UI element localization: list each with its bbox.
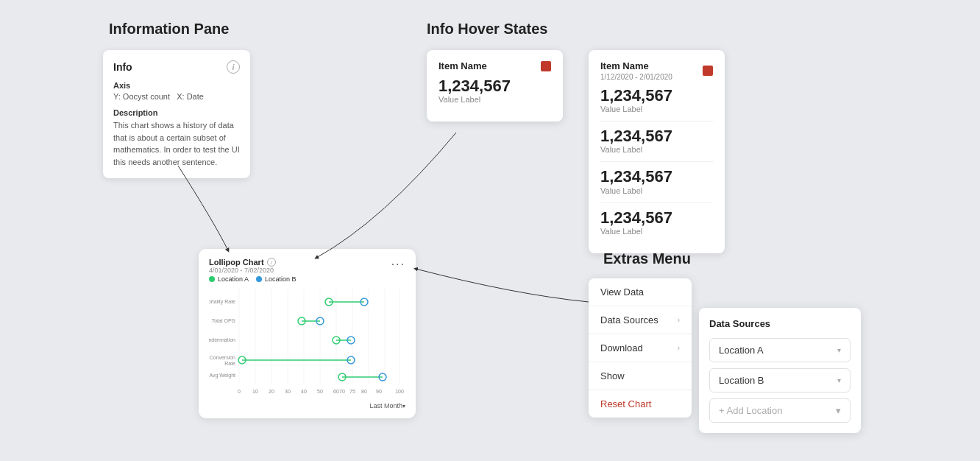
hover-card-simple-header: Item Name [438,60,551,71]
description-text: This chart shows a history of data that … [113,119,240,168]
legend-item-b: Location B [256,275,297,283]
hover-simple-color [541,61,551,71]
chart-period: Last Month [369,402,402,409]
hover-multi-entry-1: 1,234,567 Value Label [600,127,713,154]
ds-location-a-arrow: ▾ [837,346,841,354]
hover-multi-label-2: Value Label [600,186,713,195]
menu-download-arrow: › [678,344,680,352]
svg-text:75: 75 [349,389,355,394]
hover-card-simple: Item Name 1,234,567 Value Label [427,50,563,122]
menu-item-data-sources[interactable]: Data Sources › [589,306,692,334]
description-label: Description [113,108,240,117]
chart-bottom: Last Month ▾ [209,402,405,409]
menu-item-show[interactable]: Show [589,362,692,390]
hover-multi-label-0: Value Label [600,105,713,113]
ds-add-location[interactable]: + Add Location ▾ [709,398,851,423]
info-pane-title: Info [113,61,132,73]
legend-dot-a [209,276,215,282]
hover-multi-name: Item Name [600,60,672,71]
chart-dots-menu[interactable]: ··· [391,258,405,271]
hover-multi-value-2: 1,234,567 [600,168,713,186]
svg-text:70: 70 [339,389,345,394]
menu-item-reset-chart[interactable]: Reset Chart [589,390,692,418]
chart-date: 4/01/2020 - 7/02/2020 [209,267,276,274]
ds-location-a-label: Location A [719,345,764,356]
menu-item-download[interactable]: Download › [589,334,692,362]
menu-reset-label: Reset Chart [600,398,651,409]
hover-divider-2 [600,161,713,162]
hover-divider-3 [600,203,713,203]
svg-text:Avg Weight: Avg Weight [209,373,235,379]
chart-info-icon[interactable]: i [267,258,276,267]
legend-item-a: Location A [209,275,249,283]
svg-text:Condemnation: Condemnation [209,337,235,342]
chart-header: Lollipop Chart i 4/01/2020 - 7/02/2020 ·… [209,258,405,274]
hover-card-multi: Item Name 1/12/2020 - 2/01/2020 1,234,56… [589,50,725,253]
legend-label-a: Location A [218,275,249,283]
chart-legend: Location A Location B [209,275,405,283]
hover-multi-value-1: 1,234,567 [600,127,713,145]
hover-simple-name: Item Name [438,60,487,71]
chart-period-arrow: ▾ [402,403,405,409]
svg-text:0: 0 [238,389,241,394]
svg-text:Mortality Rate: Mortality Rate [209,299,235,305]
svg-text:60: 60 [333,389,339,394]
hover-card-multi-header: Item Name 1/12/2020 - 2/01/2020 [600,60,713,81]
lollipop-chart: Lollipop Chart i 4/01/2020 - 7/02/2020 ·… [199,249,416,418]
hover-divider-1 [600,121,713,122]
chart-title-block: Lollipop Chart i 4/01/2020 - 7/02/2020 [209,258,276,274]
hover-multi-date: 1/12/2020 - 2/01/2020 [600,73,672,81]
information-pane: Info i Axis Y: Oocyst count X: Date Desc… [103,50,250,178]
ds-add-label: + Add Location [719,405,782,416]
legend-label-b: Location B [265,275,297,283]
extras-menu: View Data Data Sources › Download › Show… [589,278,692,418]
info-pane-header: Info i [113,60,240,74]
svg-text:Rate: Rate [224,361,235,366]
hover-simple-value: 1,234,567 [438,77,551,95]
hover-multi-entry-2: 1,234,567 Value Label [600,168,713,194]
ds-item-location-b[interactable]: Location B ▾ [709,368,851,393]
legend-dot-b [256,276,262,282]
information-pane-section-label: Information Pane [109,21,229,38]
hover-multi-name-block: Item Name 1/12/2020 - 2/01/2020 [600,60,672,81]
hover-multi-color [703,66,713,76]
info-pane-icon[interactable]: i [227,60,240,74]
data-sources-panel: Data Sources Location A ▾ Location B ▾ +… [699,308,861,433]
svg-text:90: 90 [376,389,382,394]
svg-text:Feed Conversion: Feed Conversion [209,355,235,360]
svg-text:30: 30 [285,389,291,394]
svg-text:40: 40 [301,389,307,394]
ds-location-b-label: Location B [719,375,764,386]
hover-multi-value-0: 1,234,567 [600,87,713,105]
ds-location-b-arrow: ▾ [837,376,841,384]
hover-multi-label-1: Value Label [600,145,713,154]
hover-multi-entry-3: 1,234,567 Value Label [600,209,713,236]
svg-text:80: 80 [361,389,367,394]
menu-data-sources-label: Data Sources [600,314,658,325]
hover-multi-label-3: Value Label [600,227,713,236]
info-hover-section-label: Info Hover States [427,21,547,38]
ds-add-arrow: ▾ [836,405,841,416]
axis-y: Y: Oocyst count [113,92,170,101]
svg-text:10: 10 [252,389,258,394]
ds-item-location-a[interactable]: Location A ▾ [709,338,851,362]
svg-text:100: 100 [395,389,404,394]
axis-x: X: Date [177,92,204,101]
svg-text:Total OPG: Total OPG [212,318,235,323]
axis-value: Y: Oocyst count X: Date [113,92,240,101]
svg-text:50: 50 [317,389,323,394]
hover-simple-label: Value Label [438,95,551,104]
chart-area: Mortality Rate Total OPG Condemnation Fe… [209,289,405,399]
ds-title: Data Sources [709,318,851,329]
axis-label: Axis [113,81,240,90]
menu-view-data-label: View Data [600,286,644,298]
menu-item-view-data[interactable]: View Data [589,278,692,306]
hover-multi-value-3: 1,234,567 [600,209,713,227]
menu-download-label: Download [600,342,643,353]
svg-text:20: 20 [269,389,274,394]
hover-multi-entry-0: 1,234,567 Value Label [600,87,713,113]
menu-show-label: Show [600,370,625,381]
chart-title: Lollipop Chart [209,258,264,267]
menu-data-sources-arrow: › [678,316,680,324]
chart-svg: Mortality Rate Total OPG Condemnation Fe… [209,289,405,399]
